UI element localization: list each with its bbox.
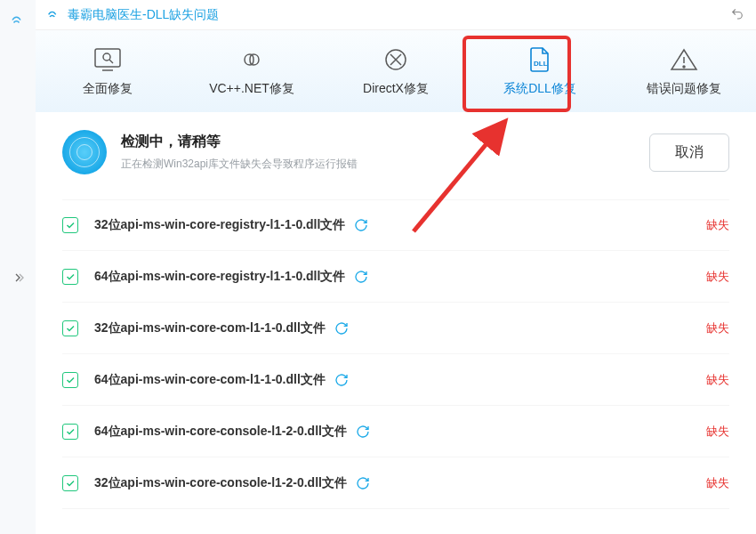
refresh-icon[interactable]	[354, 218, 368, 232]
status-badge: 缺失	[706, 424, 729, 440]
dll-file-icon: DLL	[524, 45, 556, 74]
tab-label: VC++.NET修复	[209, 81, 294, 97]
refresh-icon[interactable]	[354, 270, 368, 284]
infinity-icon	[236, 45, 268, 74]
rail-expand-icon[interactable]	[11, 271, 25, 288]
svg-text:DLL: DLL	[534, 60, 548, 68]
refresh-icon[interactable]	[356, 476, 370, 490]
status-badge: 缺失	[706, 372, 729, 388]
checkbox-checked-icon[interactable]	[62, 372, 78, 388]
refresh-icon[interactable]	[334, 373, 349, 387]
checkbox-checked-icon[interactable]	[62, 217, 78, 233]
left-rail	[0, 0, 36, 534]
list-item: 32位api-ms-win-core-com-l1-1-0.dll文件缺失	[62, 303, 729, 354]
undo-icon[interactable]	[729, 5, 745, 25]
list-item: 64位api-ms-win-core-console-l1-2-0.dll文件缺…	[62, 406, 729, 457]
tab-label: 错误问题修复	[647, 81, 721, 97]
status-subtitle: 正在检测Win32api库文件缺失会导致程序运行报错	[121, 157, 358, 172]
tab-vcnet[interactable]: VC++.NET修复	[180, 30, 324, 112]
app-title: 毒霸电脑医生-DLL缺失问题	[68, 7, 219, 23]
tab-label: DirectX修复	[363, 81, 429, 97]
dll-list: 32位api-ms-win-core-registry-l1-1-0.dll文件…	[36, 185, 756, 534]
status-badge: 缺失	[706, 320, 729, 336]
tab-label: 全面修复	[83, 81, 133, 97]
tab-full-repair[interactable]: 全面修复	[36, 30, 180, 112]
dll-file-name: 64位api-ms-win-core-registry-l1-1-0.dll文件	[94, 269, 345, 285]
tab-error-qa[interactable]: 错误问题修复	[612, 30, 756, 112]
titlebar: 毒霸电脑医生-DLL缺失问题	[36, 0, 756, 30]
rail-logo-icon	[10, 11, 26, 30]
dll-file-name: 64位api-ms-win-core-com-l1-1-0.dll文件	[94, 372, 326, 388]
checkbox-checked-icon[interactable]	[62, 424, 78, 440]
checkbox-checked-icon[interactable]	[62, 475, 78, 491]
status-badge: 缺失	[706, 217, 729, 233]
status-row: 检测中，请稍等 正在检测Win32api库文件缺失会导致程序运行报错 取消	[36, 112, 756, 185]
radar-scan-icon	[62, 130, 107, 174]
main-panel: 毒霸电脑医生-DLL缺失问题 全面修复 VC++.NET修复 DirectX修复	[36, 0, 756, 534]
status-title: 检测中，请稍等	[121, 133, 358, 151]
app-logo-icon	[46, 6, 60, 24]
status-badge: 缺失	[706, 475, 729, 491]
svg-point-2	[103, 53, 110, 61]
dll-file-name: 32位api-ms-win-core-com-l1-1-0.dll文件	[94, 320, 326, 336]
status-text: 检测中，请稍等 正在检测Win32api库文件缺失会导致程序运行报错	[121, 133, 358, 172]
list-item: 32位api-ms-win-core-console-l1-2-0.dll文件缺…	[62, 457, 729, 509]
warning-triangle-icon	[668, 45, 700, 74]
tabs: 全面修复 VC++.NET修复 DirectX修复 DLL 系统DLL修复 错误…	[36, 30, 756, 112]
dll-file-name: 32位api-ms-win-core-console-l1-2-0.dll文件	[94, 475, 347, 491]
directx-icon	[380, 45, 412, 74]
svg-point-7	[683, 66, 685, 68]
tab-directx[interactable]: DirectX修复	[324, 30, 468, 112]
svg-line-3	[109, 60, 113, 63]
dll-file-name: 64位api-ms-win-core-console-l1-2-0.dll文件	[94, 424, 347, 440]
list-item: 32位api-ms-win-core-registry-l1-1-0.dll文件…	[62, 199, 729, 251]
checkbox-checked-icon[interactable]	[62, 320, 78, 336]
status-badge: 缺失	[706, 269, 729, 285]
list-item: 64位api-ms-win-core-registry-l1-1-0.dll文件…	[62, 251, 729, 303]
refresh-icon[interactable]	[334, 321, 349, 336]
refresh-icon[interactable]	[356, 425, 370, 439]
svg-rect-0	[95, 49, 120, 67]
tab-system-dll[interactable]: DLL 系统DLL修复	[468, 30, 612, 112]
dll-file-name: 32位api-ms-win-core-registry-l1-1-0.dll文件	[94, 217, 345, 233]
checkbox-checked-icon[interactable]	[62, 269, 78, 285]
list-item: 64位api-ms-win-core-com-l1-1-0.dll文件缺失	[62, 354, 729, 406]
monitor-search-icon	[92, 45, 124, 74]
cancel-button[interactable]: 取消	[649, 134, 729, 172]
tab-label: 系统DLL修复	[503, 81, 576, 97]
